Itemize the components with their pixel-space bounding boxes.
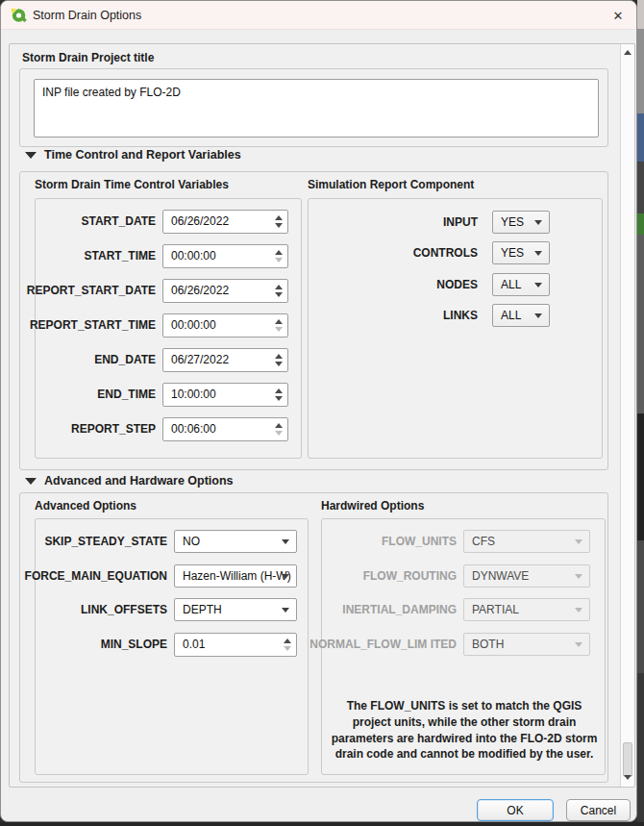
project-title-textarea[interactable]: INP file created by FLO-2D xyxy=(34,79,599,138)
dialog-title: Storm Drain Options xyxy=(33,9,141,22)
chevron-down-icon xyxy=(282,539,289,544)
combo-inertial-damping: PARTIAL xyxy=(463,598,590,621)
field-label: SKIP_STEADY_STATE xyxy=(44,530,167,554)
spin-up-button[interactable] xyxy=(275,250,283,255)
qgis-logo-icon xyxy=(10,7,27,24)
vertical-scrollbar[interactable] xyxy=(620,44,634,787)
spinbox-start-time[interactable]: 00:00:00 xyxy=(162,244,288,268)
storm-drain-options-dialog: Storm Drain Options ✕ Storm Drain Projec… xyxy=(0,0,637,822)
spinbox-end-date[interactable]: 06/27/2022 xyxy=(162,348,288,372)
spinbox-min-slope[interactable]: 0.01 xyxy=(174,633,297,657)
scrollbar-down-button[interactable] xyxy=(621,771,634,785)
field-label: INPUT xyxy=(443,211,478,235)
field-row: NODES ALL xyxy=(309,273,602,297)
scrollbar-up-button[interactable] xyxy=(621,46,634,60)
spin-up-button[interactable] xyxy=(275,319,283,324)
time-control-group-title: Storm Drain Time Control Variables xyxy=(35,178,229,191)
field-label: END_TIME xyxy=(97,383,156,407)
background-sliver xyxy=(637,29,644,113)
field-row: SKIP_STEADY_STATE NO xyxy=(36,530,308,554)
combo-normal-flow-limited: BOTH xyxy=(463,633,590,656)
hardwired-group-title: Hardwired Options xyxy=(321,499,424,513)
section-advanced-frame: Advanced Options SKIP_STEADY_STATE NO FO… xyxy=(19,492,608,783)
spinbox-report-start-time[interactable]: 00:00:00 xyxy=(162,313,288,338)
collapse-arrow-icon xyxy=(25,152,37,159)
combo-links[interactable]: ALL xyxy=(492,304,550,327)
section-time-header[interactable]: Time Control and Report Variables xyxy=(25,148,241,162)
field-label: FLOW_ROUTING xyxy=(363,564,457,588)
field-label: LINKS xyxy=(443,304,478,328)
spin-down-button[interactable] xyxy=(275,362,283,366)
field-row: REPORT_START_DATE 06/26/2022 xyxy=(36,279,301,303)
spin-up-button[interactable] xyxy=(275,423,283,428)
field-label: REPORT_STEP xyxy=(71,417,156,441)
spinbox-end-time[interactable]: 10:00:00 xyxy=(162,383,288,407)
time-control-group: START_DATE 06/26/2022 START_TIME 00:00:0… xyxy=(35,198,302,459)
spin-buttons xyxy=(271,384,287,406)
spin-down-button[interactable] xyxy=(275,292,283,297)
combo-link-offsets[interactable]: DEPTH xyxy=(174,598,297,621)
background-sliver xyxy=(637,0,644,29)
field-label: FLOW_UNITS xyxy=(382,530,457,554)
spinbox-start-date[interactable]: 06/26/2022 xyxy=(162,210,288,234)
combo-skip-steady-state[interactable]: NO xyxy=(174,530,297,553)
spinbox-report-step[interactable]: 00:06:00 xyxy=(162,417,288,441)
combo-nodes[interactable]: ALL xyxy=(492,273,550,296)
spin-buttons xyxy=(271,280,287,302)
field-label: START_TIME xyxy=(85,244,156,268)
field-row: START_DATE 06/26/2022 xyxy=(36,210,301,234)
spin-down-button[interactable] xyxy=(275,396,283,401)
background-sliver xyxy=(637,113,644,162)
field-label: FORCE_MAIN_EQUATION xyxy=(25,564,167,588)
section-advanced-header[interactable]: Advanced and Hardware Options xyxy=(25,474,234,488)
background-sliver xyxy=(637,162,644,213)
dialog-scroll-area: Storm Drain Project title INP file creat… xyxy=(9,43,635,788)
field-row: INPUT YES xyxy=(309,211,602,235)
spin-up-button[interactable] xyxy=(275,215,283,220)
spin-down-button[interactable] xyxy=(284,646,291,651)
chevron-down-icon xyxy=(282,574,289,579)
field-row: FLOW_ROUTING DYNWAVE xyxy=(322,564,605,588)
spin-up-button[interactable] xyxy=(284,638,291,643)
chevron-down-icon xyxy=(575,608,582,613)
spin-down-button[interactable] xyxy=(275,431,283,436)
field-row: START_TIME 00:00:00 xyxy=(36,244,301,268)
spin-down-button[interactable] xyxy=(275,258,283,263)
field-label: REPORT_START_DATE xyxy=(27,279,156,303)
section-time-title: Time Control and Report Variables xyxy=(44,148,241,162)
field-label: NORMAL_FLOW_LIM ITED xyxy=(310,633,457,657)
ok-button[interactable]: OK xyxy=(477,799,554,821)
report-group-title: Simulation Report Component xyxy=(308,178,474,191)
combo-input[interactable]: YES xyxy=(492,211,550,234)
background-strip xyxy=(0,822,644,826)
spin-down-button[interactable] xyxy=(275,327,283,332)
background-sliver xyxy=(637,540,644,673)
chevron-down-icon xyxy=(534,251,542,256)
field-row: FLOW_UNITS CFS xyxy=(322,530,605,554)
background-sliver xyxy=(637,213,644,235)
spin-up-button[interactable] xyxy=(275,388,283,393)
field-label: INERTIAL_DAMPING xyxy=(342,598,457,622)
field-label: START_DATE xyxy=(81,210,156,234)
section-time-frame: Storm Drain Time Control Variables START… xyxy=(19,171,608,470)
spin-buttons xyxy=(271,245,287,267)
spin-buttons xyxy=(271,314,287,337)
field-label: MIN_SLOPE xyxy=(101,633,167,657)
spin-up-button[interactable] xyxy=(275,354,283,359)
project-title-group: INP file created by FLO-2D xyxy=(19,68,608,147)
combo-force-main-equation[interactable]: Hazen-William (H-W) xyxy=(174,564,297,588)
advanced-group: SKIP_STEADY_STATE NO FORCE_MAIN_EQUATION… xyxy=(35,518,309,775)
field-row: MIN_SLOPE 0.01 xyxy=(36,633,308,657)
spinbox-report-start-date[interactable]: 06/26/2022 xyxy=(162,279,288,303)
section-advanced-title: Advanced and Hardware Options xyxy=(44,474,234,488)
close-button[interactable]: ✕ xyxy=(602,3,634,28)
combo-flow-routing: DYNWAVE xyxy=(463,564,590,588)
spin-up-button[interactable] xyxy=(275,285,283,289)
combo-flow-units: CFS xyxy=(463,530,590,553)
combo-controls[interactable]: YES xyxy=(492,241,550,264)
chevron-down-icon xyxy=(534,283,542,288)
field-row: CONTROLS YES xyxy=(309,241,602,265)
cancel-button[interactable]: Cancel xyxy=(566,799,631,821)
spin-down-button[interactable] xyxy=(275,223,283,228)
spin-buttons xyxy=(271,211,287,233)
